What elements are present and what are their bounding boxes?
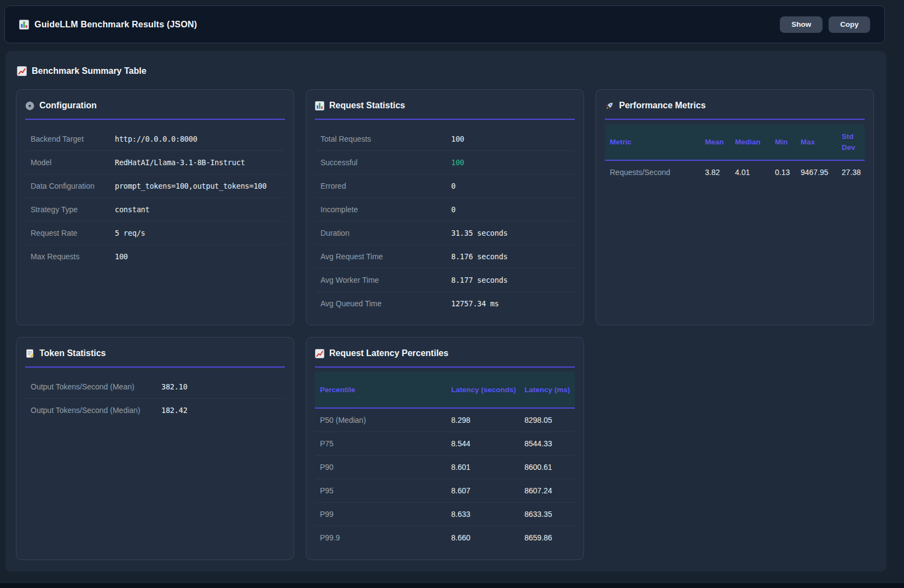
latency-ms: 8633.35 [524,510,573,519]
bottom-edge-strip [0,583,904,588]
latency-percentiles-card: Request Latency Percentiles Percentile L… [306,337,584,560]
percentile-row: P90 8.601 8600.61 [315,456,575,479]
configuration-card-title: Configuration [39,101,97,110]
percentile-name: P75 [320,439,451,448]
percentile-name: P50 (Median) [320,416,451,424]
col-max: Max [801,137,842,148]
stat-row: Avg Request Time 8.176 seconds [315,244,575,268]
config-row: Max Requests 100 [25,244,285,268]
stat-label: Avg Worker Time [320,276,451,284]
chart-increasing-icon [315,349,324,358]
request-statistics-card-title: Request Statistics [329,101,405,110]
metric-max: 9467.95 [801,168,842,177]
stat-label: Avg Request Time [320,252,451,261]
latency-ms: 8298.05 [524,416,573,424]
latency-seconds: 8.607 [451,486,524,495]
percentile-row: P50 (Median) 8.298 8298.05 [315,409,575,432]
bar-chart-icon [19,20,29,30]
stat-value: 100 [451,135,464,143]
config-value: 5 req/s [115,229,145,237]
show-button[interactable]: Show [780,16,823,33]
percentile-row: P95 8.607 8607.24 [315,479,575,503]
config-label: Max Requests [31,252,115,261]
metric-median: 4.01 [735,168,775,177]
stat-label: Errored [320,182,451,190]
header-bar: GuideLLM Benchmark Results (JSON) Show C… [4,5,885,43]
token-row: Output Tokens/Second (Mean) 382.10 [25,375,285,398]
stat-value: 31.35 seconds [451,229,508,237]
latency-percentiles-table: Percentile Latency (seconds) Latency (ms… [315,372,575,549]
request-statistics-rows: Total Requests 100 Successful 100 Errore… [315,127,575,315]
col-mean: Mean [705,137,735,148]
percentile-row: P99.9 8.660 8659.86 [315,526,575,549]
configuration-card-header: Configuration [25,101,285,120]
percentile-name: P95 [320,486,451,495]
config-value: prompt_tokens=100,output_tokens=100 [115,182,266,190]
stat-row: Errored 0 [315,174,575,197]
token-label: Output Tokens/Second (Mean) [31,382,161,391]
latency-table-header: Percentile Latency (seconds) Latency (ms… [315,372,575,409]
config-value: constant [115,205,149,214]
stat-row: Successful 100 [315,150,575,174]
percentile-row: P75 8.544 8544.33 [315,432,575,456]
config-label: Strategy Type [31,205,115,214]
bar-chart-icon [315,101,324,110]
request-statistics-card: Request Statistics Total Requests 100 Su… [306,89,584,325]
stat-value-success: 100 [451,158,464,167]
percentile-name: P99 [320,510,451,519]
token-row: Output Tokens/Second (Median) 182.42 [25,398,285,422]
performance-metrics-row: Requests/Second 3.82 4.01 0.13 9467.95 2… [605,161,865,184]
latency-seconds: 8.298 [451,416,524,424]
configuration-rows: Backend Target http://0.0.0.0:8000 Model… [25,127,285,268]
stat-label: Successful [320,158,451,167]
chart-increasing-icon [17,66,27,76]
config-row: Data Configuration prompt_tokens=100,out… [25,174,285,197]
copy-button[interactable]: Copy [829,16,870,33]
config-row: Request Rate 5 req/s [25,221,285,244]
config-value: RedHatAI/Llama-3.1-8B-Instruct [115,158,245,167]
stat-label: Total Requests [320,135,451,143]
latency-ms: 8659.86 [524,533,573,542]
token-statistics-card-title: Token Statistics [39,348,106,358]
percentile-row: P99 8.633 8633.35 [315,503,575,526]
memo-icon [25,349,34,358]
latency-seconds: 8.601 [451,463,524,471]
latency-seconds: 8.544 [451,439,524,448]
performance-metrics-table: Metric Mean Median Min Max Std Dev Reque… [605,124,865,184]
stat-value: 0 [451,182,456,190]
latency-seconds: 8.633 [451,510,524,519]
config-label: Data Configuration [31,182,115,190]
col-median: Median [735,137,775,148]
stat-row: Incomplete 0 [315,197,575,221]
stat-label: Incomplete [320,205,451,214]
config-row: Strategy Type constant [25,197,285,221]
config-label: Request Rate [31,229,115,237]
latency-percentiles-card-title: Request Latency Percentiles [329,348,448,358]
config-row: Backend Target http://0.0.0.0:8000 [25,127,285,150]
stat-row: Total Requests 100 [315,127,575,150]
stat-value: 8.177 seconds [451,276,508,284]
metric-mean: 3.82 [705,168,735,177]
section-title-label: Benchmark Summary Table [32,66,147,76]
stat-row: Avg Queued Time 12757.34 ms [315,292,575,315]
latency-seconds: 8.660 [451,533,524,542]
latency-ms: 8607.24 [524,486,573,495]
configuration-card: Configuration Backend Target http://0.0.… [16,89,294,325]
page-title: GuideLLM Benchmark Results (JSON) [34,20,197,30]
col-latency-ms: Latency (ms) [524,385,573,395]
col-percentile: Percentile [320,385,451,395]
col-std-dev: Std Dev [842,131,862,153]
stat-row: Avg Worker Time 8.177 seconds [315,268,575,292]
config-row: Model RedHatAI/Llama-3.1-8B-Instruct [25,150,285,174]
performance-metrics-card-header: Performance Metrics [605,101,865,120]
metric-name: Requests/Second [610,168,705,177]
rocket-icon [605,101,614,110]
config-value: http://0.0.0.0:8000 [115,135,197,143]
token-label: Output Tokens/Second (Median) [31,406,161,415]
config-value: 100 [115,252,128,261]
latency-ms: 8600.61 [524,463,573,471]
header-actions: Show Copy [780,16,870,33]
percentile-name: P90 [320,463,451,471]
metric-min: 0.13 [775,168,801,177]
stat-value: 8.176 seconds [451,252,508,261]
